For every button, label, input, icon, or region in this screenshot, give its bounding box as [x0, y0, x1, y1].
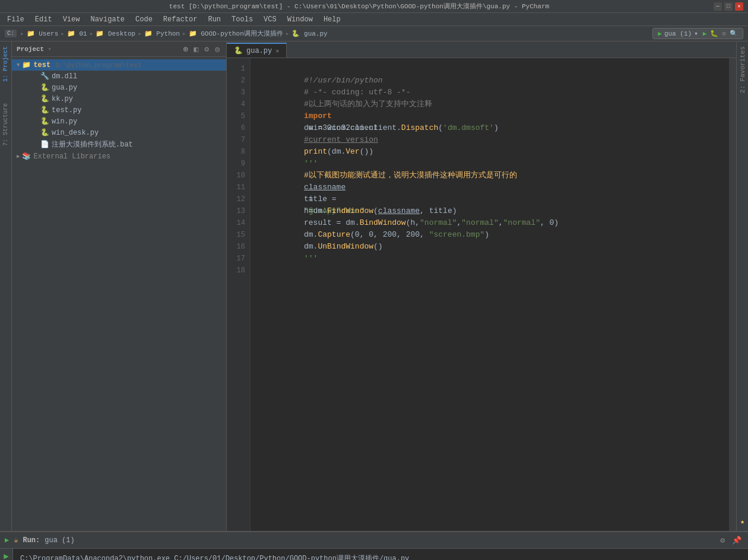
favorites-bar: 2: Favorites ★: [736, 42, 748, 531]
project-sidebar-label[interactable]: 1: Project: [1, 42, 10, 87]
breadcrumb-01[interactable]: 📁 01: [67, 30, 87, 37]
bat-icon: 📄: [40, 140, 49, 149]
tree-root-name: test: [33, 61, 50, 69]
titlebar: test [D:\python_program\test] - C:\Users…: [0, 0, 748, 13]
breadcrumb-good[interactable]: 📁 GOOD-python调用大漠插件: [189, 29, 283, 38]
run-panel-config-label: gua (1): [45, 536, 74, 545]
favorites-label[interactable]: 2: Favorites: [739, 42, 746, 98]
breadcrumb: C: ▸ 📁 Users ▸ 📁 01 ▸ 📁 Desktop ▸ 📁 Pyth…: [0, 26, 748, 42]
folder-icon: 📁: [22, 61, 31, 69]
menu-view[interactable]: View: [58, 14, 85, 25]
menu-code[interactable]: Code: [131, 14, 157, 25]
menu-run[interactable]: Run: [203, 14, 226, 25]
tree-item-windeskpy[interactable]: 🐍 win_desk.py: [12, 127, 226, 138]
menu-edit[interactable]: Edit: [30, 14, 57, 25]
py-icon-gua: 🐍: [40, 83, 49, 92]
menu-vcs[interactable]: VCS: [259, 14, 281, 25]
run-panel-title: Run:: [23, 536, 40, 545]
left-side-panel: 1: Project 7: Structure: [0, 42, 12, 531]
code-line-17: [258, 253, 722, 265]
tree-item-external[interactable]: ▶ 📚 External Libraries: [12, 151, 226, 162]
editor-scrollbar[interactable]: [729, 58, 736, 531]
tree-file-kkpy: kk.py: [52, 95, 73, 103]
py-icon-kk: 🐍: [40, 94, 49, 103]
tab-guapy-label: gua.py: [246, 47, 272, 55]
breadcrumb-desktop[interactable]: 📁 Desktop: [96, 30, 135, 37]
project-header-icons: ⊕ ◧ ⚙ ◎: [182, 43, 221, 55]
tree-external-label: External Libraries: [33, 152, 110, 161]
code-container[interactable]: 1 2 3 4 5 6 7 8 9 10 11 12 13 14 15 16 1…: [227, 58, 736, 531]
tree-item-winpy[interactable]: 🐍 win.py: [12, 116, 226, 127]
title-text: test [D:\python_program\test] - C:\Users…: [5, 2, 714, 11]
close-button[interactable]: ✕: [735, 2, 743, 11]
search-everywhere-button[interactable]: 🔍: [730, 30, 738, 37]
run-pin-icon[interactable]: 📌: [730, 534, 743, 546]
run-command-line: C:\ProgramData\Anaconda2\python.exe C:/U…: [20, 553, 741, 560]
tree-root-folder[interactable]: ▼ 📁 test D:\python_program\test: [12, 59, 226, 71]
window-controls: ─ □ ✕: [714, 2, 743, 11]
new-file-icon[interactable]: ⊕: [182, 43, 190, 55]
code-line-9: #以下截图功能测试通过，说明大漠插件这种调用方式是可行的: [258, 158, 722, 170]
scroll-from-source-icon[interactable]: ◎: [213, 43, 221, 55]
tree-file-dmdll: dm.dll: [52, 72, 77, 81]
breadcrumb-guapy[interactable]: 🐍 gua.py: [291, 30, 327, 37]
settings-gear-icon[interactable]: ⚙: [202, 43, 211, 55]
tree-file-windeskpy: win_desk.py: [52, 129, 99, 137]
tree-file-testpy: test.py: [52, 106, 81, 114]
tree-external-arrow: ▶: [17, 153, 20, 160]
maximize-button[interactable]: □: [724, 2, 733, 11]
collapse-icon[interactable]: ◧: [192, 43, 201, 55]
structure-sidebar-label[interactable]: 7: Structure: [1, 98, 10, 151]
tab-close-button[interactable]: ✕: [275, 47, 279, 55]
minimize-button[interactable]: ─: [714, 2, 722, 11]
main-area: 1: Project 7: Structure Project ▾ ⊕ ◧ ⚙ …: [0, 42, 748, 531]
menu-help[interactable]: Help: [319, 14, 346, 25]
project-tree: ▼ 📁 test D:\python_program\test 🔧 dm.dll…: [12, 57, 226, 531]
run-coffee-icon: ☕: [14, 536, 18, 545]
run-play-button[interactable]: ▶: [2, 551, 11, 560]
tab-guapy[interactable]: 🐍 gua.py ✕: [227, 43, 287, 58]
run-sidebar: ▶ ◼ ↺ ⏸ ↑ ↓ ⚙ ⊞ ≡ 🗑: [0, 549, 13, 560]
run-settings-icon[interactable]: ⚙: [718, 534, 727, 546]
coverage-button[interactable]: ⊙: [722, 30, 726, 37]
run-button[interactable]: ▶: [703, 30, 707, 37]
menu-tools[interactable]: Tools: [227, 14, 258, 25]
run-panel-icons: ⚙ 📌: [718, 534, 743, 546]
breadcrumb-users[interactable]: 📁 Users: [27, 30, 59, 37]
menu-navigate[interactable]: Navigate: [85, 14, 129, 25]
tab-py-icon: 🐍: [234, 46, 243, 55]
run-body: ▶ ◼ ↺ ⏸ ↑ ↓ ⚙ ⊞ ≡ 🗑 C:\ProgramData\Anaco…: [0, 549, 748, 560]
menubar: File Edit View Navigate Code Refactor Ru…: [0, 13, 748, 26]
menu-refactor[interactable]: Refactor: [159, 14, 202, 25]
breadcrumb-python[interactable]: 📁 Python: [144, 30, 180, 37]
py-icon-test: 🐍: [40, 106, 49, 114]
code-editor[interactable]: #!/usr/bin/python # -*- coding: utf-8 -*…: [251, 58, 729, 531]
py-icon-windesk: 🐍: [40, 128, 49, 137]
editor-tabs: 🐍 gua.py ✕: [227, 42, 736, 58]
run-config-button[interactable]: ▶ gua (1) ▾ ▶ 🐛 ⊙ 🔍: [652, 28, 743, 39]
project-title: Project: [17, 46, 44, 53]
debug-button[interactable]: 🐛: [710, 30, 718, 37]
tree-item-bat[interactable]: 📄 注册大漠插件到系统.bat: [12, 138, 226, 151]
tree-expand-arrow: ▼: [17, 62, 20, 68]
menu-file[interactable]: File: [2, 14, 29, 25]
dll-icon: 🔧: [40, 72, 49, 81]
run-header-play-icon: ▶: [5, 536, 9, 545]
tree-file-guapy: gua.py: [52, 84, 77, 92]
run-config-icon: ▶: [658, 30, 662, 37]
tree-file-winpy: win.py: [52, 117, 77, 126]
project-panel: Project ▾ ⊕ ◧ ⚙ ◎ ▼ 📁 test D:\python_pro…: [12, 42, 227, 531]
star-icon[interactable]: ★: [740, 517, 744, 526]
line-numbers: 1 2 3 4 5 6 7 8 9 10 11 12 13 14 15 16 1…: [227, 58, 251, 531]
run-output: C:\ProgramData\Anaconda2\python.exe C:/U…: [13, 549, 748, 560]
run-panel-header: ▶ ☕ Run: gua (1) ⚙ 📌: [0, 532, 748, 549]
project-header: Project ▾ ⊕ ◧ ⚙ ◎: [12, 42, 226, 57]
tree-item-kkpy[interactable]: 🐍 kk.py: [12, 93, 226, 104]
bottom-panel: ▶ ☕ Run: gua (1) ⚙ 📌 ▶ ◼ ↺ ⏸ ↑ ↓ ⚙ ⊞ ≡ 🗑: [0, 531, 748, 560]
editor-area: 🐍 gua.py ✕ 1 2 3 4 5 6 7 8 9 10 11 12 13: [227, 42, 736, 531]
tree-item-dmdll[interactable]: 🔧 dm.dll: [12, 71, 226, 82]
menu-window[interactable]: Window: [283, 14, 318, 25]
tree-item-guapy[interactable]: 🐍 gua.py: [12, 82, 226, 93]
tree-item-testpy[interactable]: 🐍 test.py: [12, 104, 226, 116]
run-config-label: gua (1): [664, 30, 692, 37]
